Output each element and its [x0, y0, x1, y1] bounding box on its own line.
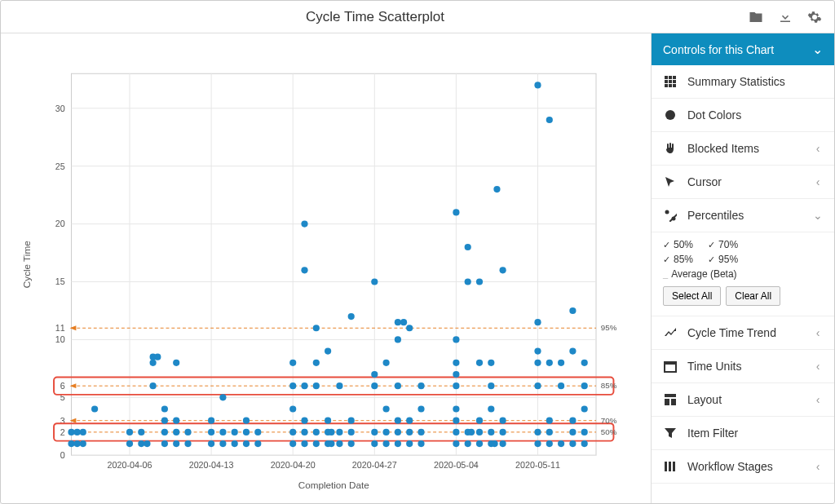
pct-toggle-70[interactable]: ✓70%: [708, 239, 738, 250]
sidebar-header[interactable]: Controls for this Chart ⌄: [652, 33, 834, 65]
svg-rect-208: [665, 462, 667, 471]
svg-rect-209: [669, 462, 671, 471]
sidebar-item-percentiles[interactable]: Percentiles ⌄: [652, 199, 834, 232]
svg-point-142: [465, 440, 471, 447]
svg-point-125: [406, 440, 413, 447]
chevron-down-icon: ⌄: [813, 209, 823, 222]
sidebar-item-label: Workflow Stages: [687, 460, 803, 473]
svg-point-151: [476, 278, 483, 285]
svg-text:10: 10: [55, 334, 65, 344]
sidebar-item-itemfilter[interactable]: Item Filter: [652, 417, 834, 450]
svg-point-107: [348, 418, 355, 424]
chevron-left-icon: ‹: [813, 142, 823, 155]
svg-point-130: [418, 429, 424, 435]
svg-point-49: [126, 429, 133, 435]
sidebar-item-timeunits[interactable]: Time Units ‹: [652, 350, 834, 383]
svg-text:2020-04-06: 2020-04-06: [108, 460, 152, 470]
header-toolbar: [743, 4, 828, 30]
sidebar-item-summary[interactable]: Summary Statistics: [652, 65, 834, 99]
svg-rect-193: [665, 80, 668, 83]
sidebar-item-layout[interactable]: Layout ‹: [652, 383, 834, 417]
svg-rect-190: [665, 76, 668, 79]
svg-point-163: [534, 440, 541, 447]
percent-icon: [663, 209, 678, 222]
sidebar-item-cursor[interactable]: Cursor ‹: [652, 166, 834, 199]
svg-rect-191: [669, 76, 672, 79]
percentiles-panel: ✓50% ✓70% ✓85% ✓95% _Average (Beta) Sele…: [652, 232, 834, 316]
svg-point-64: [173, 360, 179, 366]
sidebar: Controls for this Chart ⌄ Summary Statis…: [651, 33, 834, 503]
page-title: Cycle Time Scatterplot: [7, 9, 743, 25]
svg-text:6: 6: [60, 381, 65, 391]
svg-point-154: [491, 440, 497, 447]
svg-rect-196: [665, 84, 668, 87]
svg-point-180: [569, 418, 576, 424]
svg-point-95: [313, 325, 320, 331]
columns-icon: [663, 460, 678, 473]
svg-point-144: [468, 429, 475, 435]
svg-point-159: [500, 440, 506, 447]
svg-point-126: [406, 429, 413, 435]
sidebar-item-dotcolors[interactable]: Dot Colors: [652, 99, 834, 132]
sidebar-item-blocked[interactable]: Blocked Items ‹: [652, 132, 834, 166]
svg-point-52: [144, 440, 150, 447]
svg-text:25: 25: [55, 161, 65, 171]
svg-point-133: [453, 440, 459, 447]
svg-point-148: [476, 429, 483, 435]
header: Cycle Time Scatterplot: [1, 1, 834, 33]
pct-toggle-avg[interactable]: _Average (Beta): [663, 268, 737, 280]
svg-text:2020-04-13: 2020-04-13: [189, 460, 234, 470]
svg-point-113: [371, 278, 378, 285]
download-icon[interactable]: [772, 4, 798, 30]
svg-point-169: [534, 82, 541, 88]
svg-text:15: 15: [55, 276, 65, 286]
svg-point-128: [406, 325, 413, 331]
pct-toggle-85[interactable]: ✓85%: [663, 254, 693, 265]
svg-point-73: [232, 440, 238, 447]
svg-point-41: [68, 440, 74, 447]
svg-point-116: [383, 405, 390, 412]
chevron-left-icon: ‹: [813, 175, 823, 188]
svg-point-89: [301, 267, 307, 273]
svg-text:70%: 70%: [601, 416, 617, 425]
svg-point-117: [383, 360, 390, 366]
pct-toggle-50[interactable]: ✓50%: [663, 239, 693, 250]
svg-point-134: [453, 429, 459, 435]
svg-point-167: [534, 348, 541, 355]
svg-point-157: [488, 360, 494, 366]
pct-toggle-95[interactable]: ✓95%: [708, 254, 738, 265]
svg-point-102: [336, 440, 342, 447]
svg-point-156: [488, 382, 494, 389]
chevron-down-icon: ⌄: [812, 42, 823, 57]
chevron-left-icon: ‹: [813, 326, 823, 339]
svg-point-48: [126, 440, 133, 447]
clear-all-button[interactable]: Clear All: [726, 286, 780, 306]
hand-icon: [663, 142, 678, 155]
svg-point-112: [371, 371, 378, 378]
svg-point-106: [348, 429, 355, 435]
select-all-button[interactable]: Select All: [663, 286, 721, 306]
svg-point-43: [74, 440, 81, 447]
sidebar-item-label: Item Filter: [687, 427, 823, 440]
svg-text:2: 2: [60, 427, 65, 437]
svg-point-166: [534, 360, 541, 366]
svg-point-56: [154, 354, 161, 360]
svg-point-158: [493, 186, 500, 192]
svg-rect-194: [669, 80, 672, 83]
svg-point-75: [243, 440, 250, 447]
sidebar-item-trend[interactable]: Cycle Time Trend ‹: [652, 316, 834, 350]
sidebar-item-label: Blocked Items: [687, 142, 803, 155]
scatter-chart[interactable]: 2020-04-062020-04-132020-04-202020-04-27…: [9, 50, 643, 495]
svg-text:11: 11: [55, 323, 65, 333]
svg-point-100: [328, 429, 334, 435]
folder-icon[interactable]: [743, 4, 769, 30]
svg-point-165: [534, 382, 541, 389]
svg-point-136: [453, 405, 459, 412]
svg-point-80: [289, 440, 296, 447]
gear-icon[interactable]: [802, 4, 828, 30]
svg-point-135: [453, 418, 459, 424]
grid-icon: [663, 75, 678, 88]
svg-point-145: [465, 278, 471, 285]
svg-point-187: [581, 360, 588, 366]
sidebar-item-workflow[interactable]: Workflow Stages ‹: [652, 450, 834, 484]
